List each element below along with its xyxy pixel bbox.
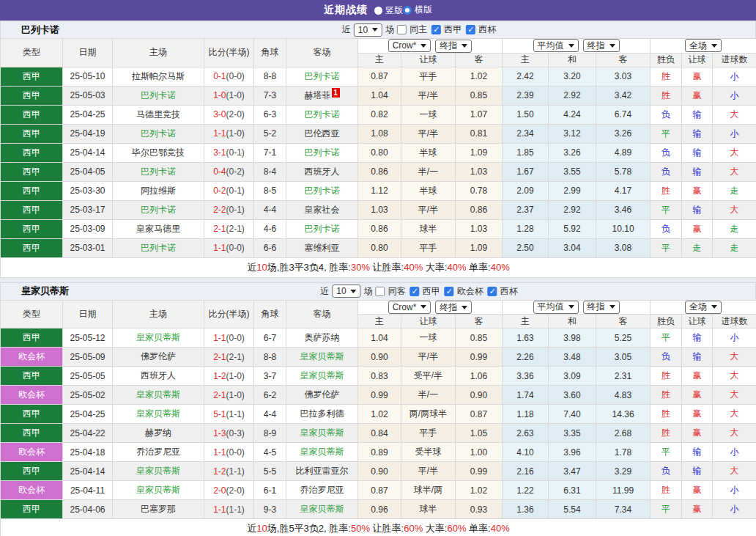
home-team[interactable]: 佛罗伦萨 (113, 348, 204, 367)
match-date: 25-03-01 (63, 238, 113, 257)
final-odds-select[interactable]: 终指 (435, 40, 472, 53)
home-team[interactable]: 乔治罗尼亚 (113, 443, 204, 462)
record-summary: 近10场,胜3平3负4, 胜率:30% 让胜率:40% 大率:40% 单率:40… (1, 257, 756, 277)
away-team[interactable]: 比利亚雷亚尔 (286, 462, 358, 481)
result-goals: 小 (713, 86, 756, 105)
home-team[interactable]: 拉斯帕尔马斯 (113, 67, 204, 86)
corner-score: 3-7 (254, 367, 286, 386)
home-team[interactable]: 西班牙人 (113, 367, 204, 386)
match-count-select[interactable]: 10 (332, 284, 360, 298)
summary-part: 近 (247, 262, 256, 273)
filter-checkbox[interactable] (397, 25, 407, 34)
away-team[interactable]: 乔治罗尼亚 (286, 481, 358, 500)
halftime-score: (0-0) (226, 333, 245, 343)
summary-part: 大率: (423, 523, 447, 534)
home-team[interactable]: 巴列卡诺 (113, 238, 204, 257)
away-team[interactable]: 皇家贝蒂斯 (286, 367, 358, 386)
home-team[interactable]: 马德里竞技 (113, 105, 204, 124)
away-team[interactable]: 巴列卡诺 (286, 219, 358, 238)
filter-checkbox-label: 西杯 (478, 23, 496, 36)
match-count-select[interactable]: 10 (354, 23, 382, 37)
record-summary: 近10场,胜5平3负2, 胜率:50% 让胜率:60% 大率:60% 单率:40… (1, 519, 756, 536)
result-handicap: 走 (682, 238, 713, 257)
team-section: 皇家贝蒂斯近10场同客西甲欧会杯西杯类型日期主场比分(半场)角球客场Crow*终… (0, 282, 756, 536)
league-badge: 西甲 (1, 424, 63, 443)
avg-home: 2.39 (503, 86, 549, 105)
result-goals: 大 (713, 348, 756, 367)
fulltime-score: 1-2 (213, 466, 226, 477)
col-header: 胜负 (651, 53, 682, 67)
handicap-line: 平/半 (401, 348, 456, 367)
avg-final-odds-select[interactable]: 终指 (583, 301, 620, 314)
full-match-select[interactable]: 全场 (685, 301, 722, 314)
avg-final-odds-select[interactable]: 终指 (583, 39, 620, 52)
home-team[interactable]: 皇家马德里 (113, 219, 204, 238)
away-team[interactable]: 巴拉多利德 (286, 405, 358, 424)
average-select[interactable]: 平均值 (533, 301, 579, 314)
away-team[interactable]: 赫塔菲1 (286, 86, 358, 105)
bookmaker-select[interactable]: Crow* (388, 39, 431, 52)
filter-checkbox[interactable] (466, 25, 475, 34)
score: 1-1(0-0) (204, 238, 254, 257)
odds-away: 1.09 (456, 143, 503, 162)
average-select-value: 平均值 (538, 40, 564, 52)
away-team-name: 奥萨苏纳 (305, 332, 340, 342)
league-badge: 西甲 (1, 105, 63, 124)
avg-draw: 3.96 (549, 443, 596, 462)
away-team[interactable]: 塞维利亚 (286, 238, 358, 257)
home-team[interactable]: 巴塞罗那 (113, 500, 204, 519)
away-team[interactable]: 巴列卡诺 (286, 143, 358, 162)
corner-score: 7-3 (254, 86, 286, 105)
result-group-header: 全场 (651, 39, 756, 54)
home-team[interactable]: 皇家贝蒂斯 (113, 328, 204, 348)
filter-checkbox[interactable] (410, 287, 420, 296)
away-team[interactable]: 奥萨苏纳 (286, 328, 358, 348)
home-team[interactable]: 巴列卡诺 (113, 162, 204, 181)
home-team[interactable]: 皇家贝蒂斯 (113, 481, 204, 500)
final-odds-select[interactable]: 终指 (435, 301, 472, 314)
home-team[interactable]: 皇家贝蒂斯 (113, 386, 204, 405)
home-team[interactable]: 皇家贝蒂斯 (113, 405, 204, 424)
home-team[interactable]: 阿拉维斯 (113, 181, 204, 200)
filter-checkbox[interactable] (376, 287, 385, 296)
score: 1-2(1-0) (204, 367, 254, 386)
avg-away: 3.42 (596, 86, 651, 105)
away-team[interactable]: 西班牙人 (286, 162, 358, 181)
sections-container: 巴列卡诺近10场同主西甲西杯类型日期主场比分(半场)角球客场Crow*终指平均值… (0, 21, 756, 536)
chevron-down-icon (420, 305, 426, 309)
filter-checkbox[interactable] (445, 287, 454, 296)
full-match-select[interactable]: 全场 (685, 39, 722, 52)
away-team[interactable]: 皇家贝蒂斯 (286, 500, 358, 519)
home-team[interactable]: 巴列卡诺 (113, 200, 204, 219)
home-team[interactable]: 巴列卡诺 (113, 86, 204, 105)
avg-draw: 3.48 (549, 348, 596, 367)
home-team[interactable]: 赫罗纳 (113, 424, 204, 443)
average-select[interactable]: 平均值 (533, 39, 579, 52)
away-team[interactable]: 皇家贝蒂斯 (286, 443, 358, 462)
layout-radio-label: 竖版 (385, 4, 403, 17)
home-team[interactable]: 巴列卡诺 (113, 124, 204, 143)
away-team[interactable]: 巴列卡诺 (286, 181, 358, 200)
away-team[interactable]: 佛罗伦萨 (286, 386, 358, 405)
away-team[interactable]: 皇家社会 (286, 200, 358, 219)
avg-final-odds-select-value: 终指 (588, 301, 605, 313)
home-team[interactable]: 皇家贝蒂斯 (113, 462, 204, 481)
odds-group-header: Crow*终指 (358, 39, 503, 54)
away-team-name: 皇家贝蒂斯 (300, 427, 344, 438)
layout-radio-selected[interactable] (403, 6, 412, 15)
filter-checkbox[interactable] (488, 287, 497, 296)
result-outcome: 胜 (651, 86, 682, 105)
home-team[interactable]: 毕尔巴鄂竞技 (113, 143, 204, 162)
away-team[interactable]: 皇家贝蒂斯 (286, 424, 358, 443)
odds-away: 0.93 (456, 500, 503, 519)
avg-away: 14.36 (596, 405, 651, 424)
away-team[interactable]: 巴列卡诺 (286, 67, 358, 86)
filter-checkbox[interactable] (431, 25, 441, 34)
avg-draw: 3.60 (549, 386, 596, 405)
layout-radio-unselected[interactable] (374, 7, 382, 15)
away-team[interactable]: 巴伦西亚 (286, 124, 358, 143)
summary-part: 40% (491, 523, 510, 534)
bookmaker-select[interactable]: Crow* (388, 301, 431, 314)
away-team[interactable]: 巴列卡诺 (286, 105, 358, 124)
away-team[interactable]: 皇家贝蒂斯 (286, 348, 358, 367)
